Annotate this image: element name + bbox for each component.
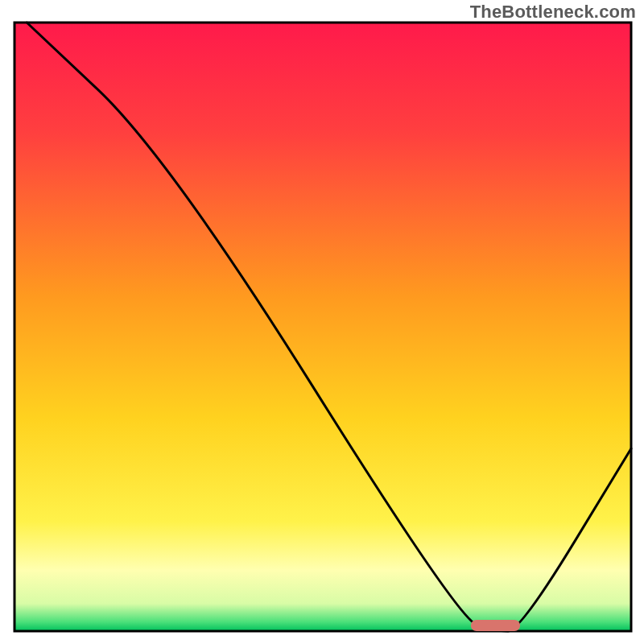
attribution-label: TheBottleneck.com [470,2,636,23]
plot-background [14,23,631,631]
chart-frame: TheBottleneck.com [0,0,644,644]
optimal-range-marker [471,620,520,631]
bottleneck-chart [0,0,644,644]
